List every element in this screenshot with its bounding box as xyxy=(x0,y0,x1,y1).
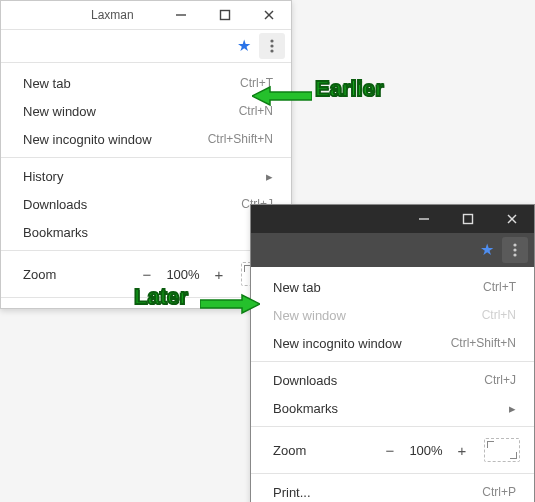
chevron-right-icon: ▸ xyxy=(504,401,516,416)
label: Print... xyxy=(273,485,482,500)
svg-point-5 xyxy=(270,44,273,47)
toolbar: ★ xyxy=(1,30,291,63)
separator xyxy=(1,157,291,158)
svg-point-4 xyxy=(270,39,273,42)
separator xyxy=(251,361,534,362)
minimize-button[interactable] xyxy=(402,205,446,233)
menu-button[interactable] xyxy=(502,237,528,263)
label: Bookmarks xyxy=(273,401,504,416)
chrome-menu: New tabCtrl+T New windowCtrl+N New incog… xyxy=(1,63,291,308)
label: Downloads xyxy=(273,373,484,388)
label: New incognito window xyxy=(273,336,451,351)
svg-point-13 xyxy=(513,248,516,251)
label: Bookmarks xyxy=(23,225,261,240)
separator xyxy=(251,473,534,474)
svg-rect-1 xyxy=(221,11,230,20)
menu-item-downloads[interactable]: DownloadsCtrl+J xyxy=(251,366,534,394)
label: New tab xyxy=(23,76,240,91)
zoom-value: 100% xyxy=(159,267,207,282)
arrow-later xyxy=(200,293,260,315)
shortcut: Ctrl+N xyxy=(482,308,516,322)
titlebar: Laxman xyxy=(1,1,291,30)
annotation-earlier: Earlier xyxy=(315,76,384,102)
shortcut: Ctrl+T xyxy=(483,280,516,294)
bookmark-star-icon[interactable]: ★ xyxy=(480,242,494,258)
window-earlier: Laxman ★ New tabCtrl+T New windowCtrl+N … xyxy=(0,0,292,309)
toolbar: ★ xyxy=(251,233,534,267)
menu-item-new-window[interactable]: New windowCtrl+N xyxy=(1,97,291,125)
label: Zoom xyxy=(23,267,135,282)
window-title: Laxman xyxy=(1,8,159,22)
menu-item-history[interactable]: History▸ xyxy=(1,162,291,190)
close-button[interactable] xyxy=(247,1,291,29)
bookmark-star-icon[interactable]: ★ xyxy=(237,38,251,54)
menu-item-zoom: Zoom − 100% + xyxy=(251,431,534,469)
zoom-in-button[interactable]: + xyxy=(450,438,474,462)
menu-item-new-window-disabled: New windowCtrl+N xyxy=(251,301,534,329)
svg-point-6 xyxy=(270,49,273,52)
separator xyxy=(1,250,291,251)
menu-item-bookmarks[interactable]: Bookmarks▸ xyxy=(251,394,534,422)
menu-button[interactable] xyxy=(259,33,285,59)
minimize-button[interactable] xyxy=(159,1,203,29)
menu-item-bookmarks[interactable]: Bookmarks▸ xyxy=(1,218,291,246)
svg-point-14 xyxy=(513,253,516,256)
close-button[interactable] xyxy=(490,205,534,233)
svg-marker-15 xyxy=(200,295,260,313)
label: New incognito window xyxy=(23,132,208,147)
svg-marker-7 xyxy=(252,87,312,105)
shortcut: Ctrl+Shift+N xyxy=(451,336,516,350)
label: History xyxy=(23,169,261,184)
menu-item-print[interactable]: Print...Ctrl+P xyxy=(251,478,534,502)
zoom-in-button[interactable]: + xyxy=(207,262,231,286)
label: New tab xyxy=(273,280,483,295)
menu-item-new-tab[interactable]: New tabCtrl+T xyxy=(251,273,534,301)
menu-item-downloads[interactable]: DownloadsCtrl+J xyxy=(1,190,291,218)
window-later: ★ New tabCtrl+T New windowCtrl+N New inc… xyxy=(250,204,535,502)
zoom-out-button[interactable]: − xyxy=(135,262,159,286)
menu-item-new-tab[interactable]: New tabCtrl+T xyxy=(1,69,291,97)
titlebar xyxy=(251,205,534,233)
annotation-later: Later xyxy=(134,284,188,310)
menu-item-new-incognito[interactable]: New incognito windowCtrl+Shift+N xyxy=(1,125,291,153)
maximize-button[interactable] xyxy=(446,205,490,233)
separator xyxy=(251,426,534,427)
label: New window xyxy=(23,104,239,119)
svg-point-12 xyxy=(513,243,516,246)
fullscreen-icon[interactable] xyxy=(484,438,520,462)
shortcut: Ctrl+Shift+N xyxy=(208,132,273,146)
zoom-value: 100% xyxy=(402,443,450,458)
shortcut: Ctrl+J xyxy=(484,373,516,387)
chevron-right-icon: ▸ xyxy=(261,169,273,184)
label: Zoom xyxy=(273,443,378,458)
svg-rect-9 xyxy=(464,215,473,224)
zoom-out-button[interactable]: − xyxy=(378,438,402,462)
label: New window xyxy=(273,308,482,323)
label: Downloads xyxy=(23,197,241,212)
shortcut: Ctrl+P xyxy=(482,485,516,499)
arrow-earlier xyxy=(252,85,312,107)
chrome-menu: New tabCtrl+T New windowCtrl+N New incog… xyxy=(251,267,534,502)
menu-item-new-incognito[interactable]: New incognito windowCtrl+Shift+N xyxy=(251,329,534,357)
maximize-button[interactable] xyxy=(203,1,247,29)
